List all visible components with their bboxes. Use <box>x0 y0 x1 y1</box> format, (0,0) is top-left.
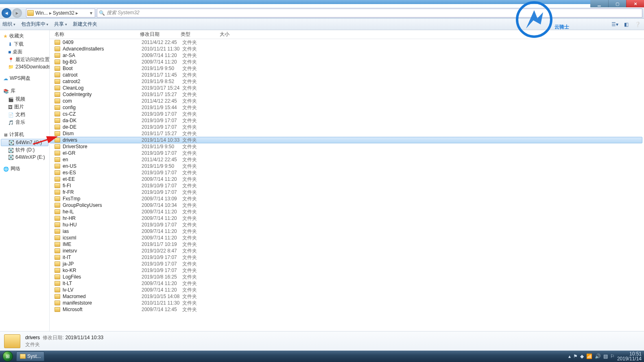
toolbar-new-folder[interactable]: 新建文件夹 <box>73 21 97 28</box>
breadcrumb-dropdown-icon[interactable]: ▾ <box>88 10 94 16</box>
sidebar-item-recent[interactable]: 最近访问的位置 <box>0 56 49 64</box>
file-row[interactable]: et-EE2009/7/14 11:20文件夹 <box>50 176 644 182</box>
file-row[interactable]: config2019/11/9 15:44文件夹 <box>50 104 644 111</box>
sidebar-favorites[interactable]: 收藏夹 <box>0 32 49 40</box>
file-row[interactable]: fi-FI2019/10/9 17:07文件夹 <box>50 182 644 189</box>
tray-clock[interactable]: 10:51 2019/11/14 <box>617 351 642 361</box>
sidebar-item-drive-e[interactable]: 64WinXP (E:) <box>0 154 49 160</box>
sidebar-item-desktop[interactable]: 桌面 <box>0 48 49 56</box>
file-date: 2019/11/9 15:44 <box>142 105 182 110</box>
sidebar-item-drive-d[interactable]: 软件 (D:) <box>0 146 49 154</box>
file-name: fr-FR <box>63 189 142 195</box>
column-date[interactable]: 修改日期 <box>140 31 181 38</box>
window-maximize-button[interactable]: ▢ <box>608 0 626 7</box>
toolbar-share[interactable]: 共享 <box>54 21 67 28</box>
sidebar-item-pictures[interactable]: 图片 <box>0 103 49 111</box>
column-type[interactable]: 类型 <box>181 31 220 38</box>
sidebar-computer[interactable]: 计算机 <box>0 130 49 139</box>
folder-icon <box>55 307 60 312</box>
file-row[interactable]: it-IT2019/10/9 17:07文件夹 <box>50 254 644 261</box>
view-options-icon[interactable]: ☰▾ <box>611 20 619 29</box>
file-row[interactable]: bg-BG2009/7/14 11:20文件夹 <box>50 59 644 65</box>
file-row[interactable]: el-GR2019/10/9 17:07文件夹 <box>50 150 644 156</box>
search-input[interactable]: 🔍 搜索 System32 <box>97 9 642 18</box>
file-row[interactable]: IME2019/11/7 10:19文件夹 <box>50 241 644 248</box>
sidebar-network[interactable]: 网络 <box>0 165 49 173</box>
sidebar-item-music[interactable]: 音乐 <box>0 118 49 126</box>
file-row[interactable]: ko-KR2019/10/9 17:07文件夹 <box>50 267 644 274</box>
file-row[interactable]: AdvancedInstallers2010/11/21 11:30文件夹 <box>50 46 644 52</box>
file-row[interactable]: en2011/4/12 22:45文件夹 <box>50 156 644 163</box>
file-row[interactable]: catroot2019/11/7 11:45文件夹 <box>50 72 644 78</box>
file-row[interactable]: Dism2019/11/7 15:27文件夹 <box>50 130 644 137</box>
sidebar-wps[interactable]: WPS网盘 <box>0 74 49 83</box>
file-row[interactable]: DriverStore2019/11/9 9:50文件夹 <box>50 143 644 150</box>
start-button[interactable]: ⊞ <box>0 351 15 362</box>
file-name: ar-SA <box>63 53 142 58</box>
file-row[interactable]: Boot2019/11/9 9:50文件夹 <box>50 65 644 72</box>
nav-forward-button[interactable]: ► <box>12 8 22 18</box>
file-row[interactable]: Microsoft2009/7/14 12:45文件夹 <box>50 306 644 313</box>
help-icon[interactable]: ❔ <box>633 20 642 29</box>
file-row[interactable]: com2011/4/12 22:45文件夹 <box>50 98 644 104</box>
file-row[interactable]: en-US2019/11/9 9:50文件夹 <box>50 163 644 169</box>
tray-network-icon[interactable]: 📶 <box>586 353 592 359</box>
windows-orb-icon: ⊞ <box>2 351 13 362</box>
sidebar-item-documents[interactable]: 文档 <box>0 111 49 118</box>
file-row[interactable]: ias2009/7/14 11:20文件夹 <box>50 228 644 235</box>
file-row[interactable]: drivers2019/11/14 10:33文件夹 <box>50 137 642 143</box>
tray-action-center-icon[interactable]: ⚑ <box>573 353 578 359</box>
sidebar-item-2345downloads[interactable]: 2345Downloads <box>0 64 49 70</box>
sidebar-item-drive-c[interactable]: 64Win7 (C:) <box>1 139 48 146</box>
file-row[interactable]: lv-LV2009/7/14 11:20文件夹 <box>50 287 644 293</box>
sidebar-item-downloads[interactable]: 下载 <box>0 40 49 48</box>
file-row[interactable]: icsxml2009/7/14 11:20文件夹 <box>50 235 644 241</box>
file-row[interactable]: ar-SA2009/7/14 11:20文件夹 <box>50 52 644 59</box>
file-row[interactable]: de-DE2019/10/9 17:07文件夹 <box>50 124 644 130</box>
file-type: 文件夹 <box>182 98 221 105</box>
tray-volume-icon[interactable]: 🔊 <box>595 353 601 359</box>
file-row[interactable]: cs-CZ2019/10/9 17:07文件夹 <box>50 111 644 117</box>
tray-ime-icon[interactable]: ▤ <box>603 353 608 359</box>
file-row[interactable]: lt-LT2009/7/14 11:20文件夹 <box>50 280 644 287</box>
preview-pane-icon[interactable]: ◧ <box>622 20 630 29</box>
toolbar-include-in-library[interactable]: 包含到库中 <box>21 21 49 28</box>
breadcrumb[interactable]: Win... ▸ System32 ▸ ▾ <box>26 9 95 18</box>
tray-show-hidden-icon[interactable]: ▴ <box>568 353 571 359</box>
file-row[interactable]: he-IL2009/7/14 11:20文件夹 <box>50 208 644 215</box>
nav-back-button[interactable]: ◄ <box>2 8 11 18</box>
file-row[interactable]: es-ES2019/10/9 17:07文件夹 <box>50 169 644 176</box>
file-row[interactable]: CleanLog2019/10/17 15:24文件夹 <box>50 85 644 91</box>
sidebar-libraries[interactable]: 库 <box>0 87 49 95</box>
file-row[interactable]: FxsTmp2009/7/14 13:09文件夹 <box>50 195 644 202</box>
folder-icon <box>55 72 60 77</box>
toolbar-organize[interactable]: 组织 <box>2 21 15 28</box>
tray-app-icon[interactable]: ◆ <box>580 353 584 359</box>
file-row[interactable]: ja-JP2019/10/9 17:07文件夹 <box>50 261 644 267</box>
file-row[interactable]: CodeIntegrity2019/11/7 15:27文件夹 <box>50 91 644 98</box>
window-close-button[interactable]: ✕ <box>626 0 644 7</box>
file-type: 文件夹 <box>182 117 221 124</box>
file-row[interactable]: hu-HU2019/10/9 17:07文件夹 <box>50 222 644 228</box>
file-row[interactable]: LogFiles2019/10/8 16:25文件夹 <box>50 274 644 280</box>
file-row[interactable]: GroupPolicyUsers2009/7/14 10:34文件夹 <box>50 202 644 208</box>
file-row[interactable]: hr-HR2009/7/14 11:20文件夹 <box>50 215 644 222</box>
taskbar-app-explorer[interactable]: Syst... <box>16 351 44 361</box>
breadcrumb-segment[interactable]: Win... <box>35 10 48 16</box>
file-row[interactable]: da-DK2019/10/9 17:07文件夹 <box>50 117 644 124</box>
breadcrumb-segment[interactable]: System32 <box>53 10 74 16</box>
window-minimize-button[interactable]: ▁ <box>590 0 608 7</box>
file-row[interactable]: fr-FR2019/10/9 17:07文件夹 <box>50 189 644 195</box>
file-row[interactable]: 04092011/4/12 22:45文件夹 <box>50 39 644 46</box>
file-row[interactable]: Macromed2019/10/15 14:08文件夹 <box>50 293 644 300</box>
file-row[interactable]: inetsrv2019/10/22 8:47文件夹 <box>50 248 644 254</box>
sidebar-item-videos[interactable]: 视频 <box>0 95 49 103</box>
file-date: 2019/11/7 11:45 <box>142 72 182 78</box>
column-name[interactable]: 名称 <box>55 31 140 38</box>
folder-icon <box>55 157 60 162</box>
file-row[interactable]: manifeststore2010/11/21 11:30文件夹 <box>50 300 644 306</box>
column-size[interactable]: 大小 <box>220 31 244 38</box>
file-type: 文件夹 <box>182 182 221 189</box>
tray-flag-icon[interactable]: ⚐ <box>610 353 615 359</box>
file-row[interactable]: catroot22019/11/9 8:52文件夹 <box>50 78 644 85</box>
